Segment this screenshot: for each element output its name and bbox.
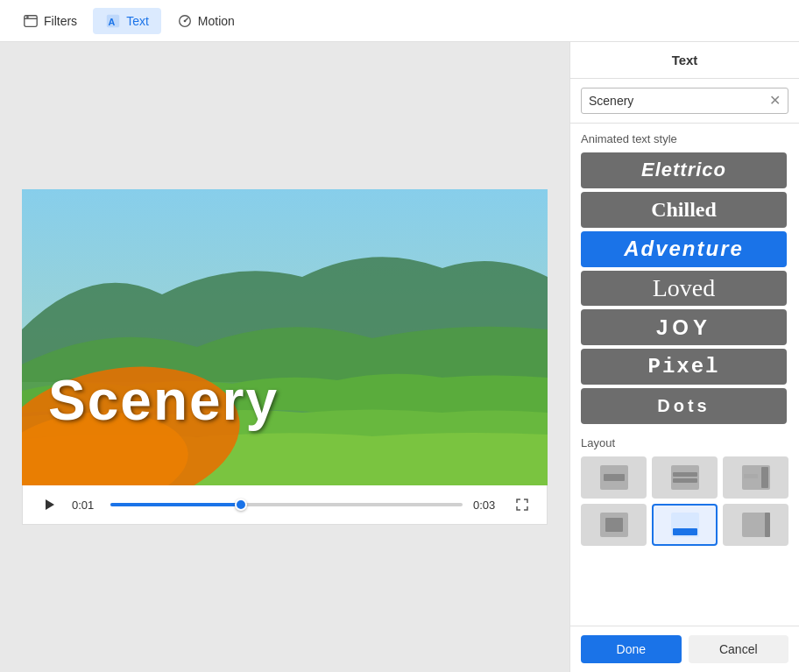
text-button[interactable]: A Text: [93, 8, 161, 34]
svg-text:A: A: [109, 16, 116, 26]
filters-button[interactable]: Filters: [11, 8, 89, 34]
layout-item-6[interactable]: [723, 504, 788, 546]
motion-icon: [177, 13, 193, 29]
right-panel: Text ✕ Animated text style Elettrico Chi…: [569, 42, 799, 672]
style-item-adventure[interactable]: Adventure: [581, 231, 787, 267]
scrubber-track[interactable]: [110, 503, 463, 506]
video-controls: 0:01 0:03: [22, 485, 548, 525]
main-area: Scenery 0:01 0:03: [0, 42, 799, 672]
layout-item-3[interactable]: [723, 456, 788, 499]
layout-icon-6: [740, 511, 772, 539]
layout-icon-4: [598, 511, 630, 539]
video-frame: Scenery: [22, 189, 548, 485]
style-item-loved[interactable]: Loved: [581, 271, 787, 307]
search-clear-button[interactable]: ✕: [769, 94, 781, 108]
filters-label: Filters: [44, 14, 77, 28]
layout-item-1[interactable]: [581, 456, 647, 499]
style-list: Elettrico Chilled Adventure Loved JOY Pi…: [581, 152, 788, 424]
action-buttons: Done Cancel: [570, 626, 799, 672]
style-item-chilled[interactable]: Chilled: [581, 192, 787, 228]
toolbar: Filters A Text Motion: [0, 0, 799, 42]
search-box: ✕: [581, 88, 788, 114]
current-time: 0:01: [72, 499, 100, 512]
layout-icon-2: [669, 463, 701, 492]
layout-grid: [581, 456, 788, 546]
svg-rect-24: [765, 513, 770, 537]
motion-button[interactable]: Motion: [165, 8, 247, 34]
search-container: ✕: [570, 79, 799, 124]
layout-section: Layout: [570, 428, 799, 555]
layout-icon-1: [598, 463, 630, 492]
text-icon: A: [105, 13, 121, 29]
svg-rect-17: [761, 467, 768, 488]
layout-item-2[interactable]: [652, 456, 718, 499]
svg-rect-18: [744, 474, 758, 478]
layout-icon-3: [740, 463, 772, 492]
svg-rect-20: [605, 518, 623, 532]
search-input[interactable]: [589, 94, 769, 108]
left-panel: Scenery 0:01 0:03: [0, 42, 569, 672]
layout-icon-5: [669, 511, 701, 539]
scrubber-thumb[interactable]: [235, 499, 247, 511]
done-button[interactable]: Done: [581, 635, 682, 663]
svg-rect-13: [671, 465, 699, 490]
style-section-label: Animated text style: [581, 132, 788, 145]
filters-icon: [23, 13, 39, 29]
layout-item-4[interactable]: [581, 504, 647, 546]
svg-marker-10: [46, 499, 54, 510]
svg-point-2: [26, 16, 29, 18]
svg-rect-0: [25, 15, 37, 26]
svg-point-6: [183, 19, 186, 22]
layout-section-label: Layout: [581, 436, 788, 449]
layout-item-5[interactable]: [652, 504, 718, 546]
svg-rect-12: [604, 474, 625, 481]
text-label: Text: [126, 14, 149, 28]
video-text-overlay: Scenery: [48, 368, 279, 433]
play-button[interactable]: [37, 492, 61, 517]
svg-rect-15: [673, 478, 697, 483]
landscape-svg: [22, 189, 548, 485]
total-time: 0:03: [473, 499, 501, 512]
style-item-elettrico[interactable]: Elettrico: [581, 152, 787, 188]
expand-button[interactable]: [512, 494, 533, 515]
style-item-dots[interactable]: Dots: [581, 388, 787, 424]
style-section: Animated text style Elettrico Chilled Ad…: [570, 124, 799, 428]
video-container: Scenery 0:01 0:03: [22, 189, 548, 525]
scrubber-fill: [110, 503, 241, 506]
scrubber[interactable]: [110, 503, 463, 506]
svg-rect-14: [673, 472, 697, 477]
style-item-pixel[interactable]: Pixel: [581, 349, 787, 385]
motion-label: Motion: [198, 14, 235, 28]
svg-rect-22: [673, 528, 697, 535]
cancel-button[interactable]: Cancel: [689, 635, 789, 663]
style-item-joy[interactable]: JOY: [581, 309, 787, 345]
panel-title: Text: [570, 42, 799, 79]
